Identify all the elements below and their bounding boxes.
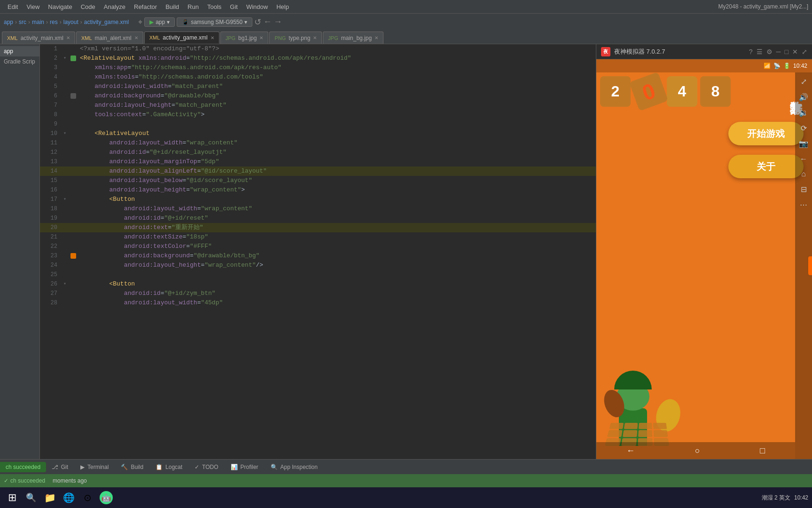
tab-close-icon-2[interactable]: ✕ <box>134 35 138 40</box>
sidebar: app Gradle Scrip <box>0 44 40 459</box>
taskbar-chrome-btn[interactable]: ⊙ <box>79 489 96 506</box>
emu-screenshot[interactable]: 📷 <box>799 139 808 148</box>
sidebar-item-app[interactable]: app <box>0 46 39 56</box>
code-line-5: 5 android:layout_width="match_parent" <box>40 82 596 91</box>
emu-recent[interactable]: ⊟ <box>801 185 807 194</box>
code-line-18: 18 android:layout_width="wrap_content" <box>40 204 596 214</box>
code-line-11: 11 android:layout_width="wrap_content" <box>40 138 596 148</box>
tab-profiler[interactable]: 📊 Profiler <box>225 460 264 474</box>
menu-view[interactable]: View <box>23 2 43 11</box>
menu-analyze[interactable]: Analyze <box>100 2 129 11</box>
build-label: Build <box>131 464 143 470</box>
run-config-btn[interactable]: ▶ app ▾ <box>144 17 175 27</box>
menu-git[interactable]: Git <box>226 2 242 11</box>
emulator-close-btn[interactable]: ✕ <box>792 48 798 56</box>
breadcrumb-main[interactable]: main <box>32 19 44 25</box>
tab-app-inspection[interactable]: 🔍 App Inspection <box>265 460 323 474</box>
breadcrumb-file[interactable]: activity_game.xml <box>84 19 129 25</box>
emu-btn-1[interactable]: ⤢ <box>801 77 807 86</box>
code-line-7: 7 android:layout_height="match_parent" <box>40 101 596 110</box>
breadcrumb-app[interactable]: app <box>4 19 13 25</box>
emulator-expand-btn[interactable]: ⤢ <box>802 48 807 56</box>
tab-close-icon-6[interactable]: ✕ <box>375 35 378 40</box>
emu-rotate[interactable]: ⟳ <box>801 124 807 133</box>
emulator-max-btn[interactable]: □ <box>785 48 789 56</box>
tab-close-icon-4[interactable]: ✕ <box>259 35 263 40</box>
device-btn[interactable]: 📱 samsung SM-G9550 ▾ <box>177 17 252 27</box>
tile-4: 4 <box>667 76 697 107</box>
emulator-panel: 夜 夜神模拟器 7.0.2.7 ? ☰ ⚙ ─ □ ✕ ⤢ 📶 📡 🔋 <box>596 44 812 459</box>
tab-main-alert[interactable]: XML main_alert.xml ✕ <box>76 32 143 44</box>
emu-more[interactable]: ⋯ <box>800 200 807 209</box>
emu-volume-down[interactable]: 🔉 <box>799 108 808 117</box>
run-config-dropdown-icon: ▾ <box>167 19 170 25</box>
taskbar-search-btn[interactable]: 🔍 <box>23 489 39 506</box>
emu-home[interactable]: ⌂ <box>801 170 806 178</box>
toolbar: app › src › main › res › layout › activi… <box>0 13 812 30</box>
menu-bar: Edit View Navigate Code Analyze Refactor… <box>0 0 812 13</box>
code-line-9: 9 <box>40 119 596 129</box>
tab-logcat[interactable]: 📋 Logcat <box>150 460 188 474</box>
sidebar-item-gradle[interactable]: Gradle Scrip <box>0 56 39 67</box>
code-line-8: 8 tools:context=".GameActivity"> <box>40 110 596 119</box>
tab-build[interactable]: 🔨 Build <box>115 460 149 474</box>
tab-img-icon-3: JPG <box>328 35 338 41</box>
taskbar-edge-btn[interactable]: 🌐 <box>60 489 77 506</box>
emulator-menu-btn[interactable]: ☰ <box>757 48 763 56</box>
tab-close-icon-5[interactable]: ✕ <box>313 35 317 40</box>
menu-window[interactable]: Window <box>242 2 272 11</box>
tab-bg1-label: bg1.jpg <box>238 35 257 41</box>
code-editor[interactable]: 1 <?xml version="1.0" encoding="utf-8"?>… <box>40 44 596 459</box>
menu-run[interactable]: Run <box>184 2 203 11</box>
tab-main-bg[interactable]: JPG main_bg.jpg ✕ <box>323 32 383 44</box>
menu-code[interactable]: Code <box>77 2 99 11</box>
nav-back-btn[interactable]: ← <box>626 446 635 456</box>
menu-build[interactable]: Build <box>162 2 183 11</box>
git-icon: ⎇ <box>52 464 58 470</box>
emu-back[interactable]: ← <box>800 155 807 163</box>
tab-todo[interactable]: ✓ TODO <box>189 460 224 474</box>
logcat-label: Logcat <box>165 464 182 470</box>
windows-start-icon: ⊞ <box>8 492 16 504</box>
tabs-bar: XML activity_main.xml ✕ XML main_alert.x… <box>0 30 812 44</box>
tab-activity-game[interactable]: XML activity_game.xml ✕ <box>144 32 219 44</box>
tab-close-icon[interactable]: ✕ <box>66 35 70 40</box>
tab-terminal[interactable]: ▶ Terminal <box>75 460 114 474</box>
menu-refactor[interactable]: Refactor <box>130 2 161 11</box>
emulator-help-btn[interactable]: ? <box>749 48 753 56</box>
tab-img-icon: JPG <box>226 35 235 41</box>
menu-edit[interactable]: Edit <box>4 2 22 11</box>
menu-tools[interactable]: Tools <box>203 2 225 11</box>
start-game-btn[interactable]: 开始游戏 <box>728 122 804 145</box>
tab-type[interactable]: PNG type.png ✕ <box>269 32 322 44</box>
breadcrumb-res[interactable]: res <box>50 19 58 25</box>
taskbar-start-btn[interactable]: ⊞ <box>4 489 21 506</box>
back-icon[interactable]: ← <box>263 17 272 27</box>
emulator-settings-btn[interactable]: ⚙ <box>766 48 773 56</box>
forward-icon[interactable]: → <box>273 17 282 27</box>
code-line-6: 6 android:background="@drawable/bbg" <box>40 91 596 101</box>
taskbar-files-btn[interactable]: 📁 <box>41 489 58 506</box>
emulator-min-btn[interactable]: ─ <box>776 48 781 56</box>
breadcrumb-layout[interactable]: layout <box>63 19 78 25</box>
emu-volume-up[interactable]: 🔊 <box>799 93 808 102</box>
nav-home-btn[interactable]: ○ <box>695 446 700 456</box>
menu-help[interactable]: Help <box>273 2 293 11</box>
tab-activity-game-label: activity_game.xml <box>163 34 207 41</box>
menu-navigate[interactable]: Navigate <box>44 2 76 11</box>
breadcrumb-src[interactable]: src <box>19 19 26 25</box>
taskbar-android-btn[interactable]: 🤖 <box>98 489 115 506</box>
ide-statusbar: ✓ ch succeeded moments ago <box>0 474 812 487</box>
tab-git[interactable]: ⎇ Git <box>46 460 74 474</box>
nav-recent-btn[interactable]: □ <box>760 446 765 456</box>
tab-bg1[interactable]: JPG bg1.jpg ✕ <box>220 32 269 44</box>
windows-taskbar: ⊞ 🔍 📁 🌐 ⊙ 🤖 潮湿 2 英文 10:42 <box>0 487 812 508</box>
about-btn[interactable]: 关于 <box>728 155 804 178</box>
code-line-19: 19 android:id="@+id/reset" <box>40 214 596 223</box>
code-line-21: 21 android:textSize="18sp" <box>40 232 596 242</box>
tab-close-icon-3[interactable]: ✕ <box>211 35 214 40</box>
refresh-icon[interactable]: ↺ <box>254 17 261 27</box>
code-line-17: 17 ▾ <Button <box>40 195 596 204</box>
tab-activity-main[interactable]: XML activity_main.xml ✕ <box>2 32 75 44</box>
code-line-4: 4 xmlns:tools="http://schemas.android.co… <box>40 72 596 82</box>
